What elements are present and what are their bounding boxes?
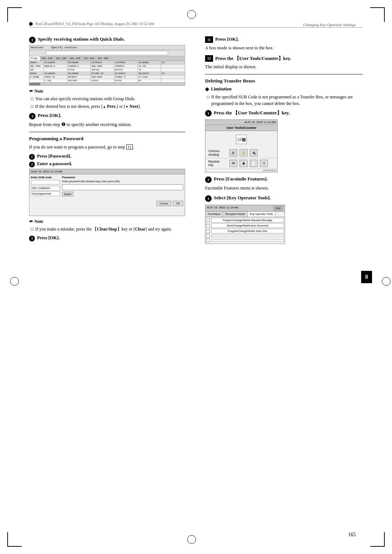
left-column: 2 Specify receiving stations with Quick … bbox=[29, 36, 191, 525]
pw-entry-2: Not programmed bbox=[31, 191, 60, 196]
ut-main-icon-row: ◇/▦ bbox=[205, 131, 277, 148]
pw-desc: Enter password with Number keys, then pr… bbox=[62, 180, 183, 183]
ko-checkbox-1[interactable] bbox=[206, 219, 210, 222]
step-r2-section: 2 Press [Facsimile Features]. Facsimile … bbox=[205, 176, 363, 192]
pw-space-button[interactable]: Space bbox=[62, 192, 73, 196]
ko-topbar: AUG 19, 2002 11:19 AM Exit bbox=[205, 205, 285, 212]
ko-row-3: Program/Change/Delete Scan Size bbox=[206, 229, 284, 233]
note-title-1: ✏ Note bbox=[29, 89, 185, 94]
password-intro: If you do not want to program a password… bbox=[29, 144, 185, 151]
ut-commu-icon-2[interactable]: 🔋 bbox=[240, 149, 248, 156]
recv-tab-321[interactable]: 321-400 bbox=[96, 56, 110, 61]
ut-commu-icons: 🔊 🔋 🔌 bbox=[229, 149, 258, 156]
sub-step-3: 3 Press [OK]. bbox=[29, 235, 185, 241]
ko-checkbox-2[interactable] bbox=[206, 224, 210, 228]
step-11-body: A box mode is shown next to the box. bbox=[205, 45, 363, 52]
sub-code-label: Enter SUB code: bbox=[31, 176, 60, 179]
ko-exit-button[interactable]: Exit bbox=[273, 206, 283, 211]
right-header: Changing Key Operator Settings bbox=[303, 23, 356, 27]
ut-receive-icons: ✉ ♟ 📄 ♗ bbox=[229, 160, 268, 167]
ut-receive-icon-4[interactable]: ♗ bbox=[260, 160, 268, 167]
step-3-title: Press [OK]. bbox=[38, 113, 61, 118]
ko-row-text-4 bbox=[211, 235, 284, 237]
header-text: RusC2FaxADEN-F_V4_FM.book Page 165 Monda… bbox=[36, 22, 154, 26]
ko-checkbox-3[interactable] bbox=[206, 229, 210, 233]
recv-tab-freq[interactable]: Freq. bbox=[29, 56, 40, 61]
step-r2-number: 2 bbox=[205, 176, 212, 183]
pw-entry-1: DEF COMPANY bbox=[31, 186, 60, 191]
recv-tabs: Freq. 001-100 101-200 201-240 241-320 32… bbox=[29, 56, 185, 61]
diamond-icon: ◆ bbox=[205, 86, 209, 92]
limitation-body: If the specified SUB Code is not program… bbox=[211, 94, 363, 107]
ut-receive-icon-1[interactable]: ✉ bbox=[229, 160, 237, 167]
recv-label: Receiver bbox=[31, 46, 44, 49]
recv-tab-241[interactable]: 241-320 bbox=[82, 56, 96, 61]
note-box-2: ✏ Note If you make a mistake, press the … bbox=[29, 219, 185, 232]
recv-tab-201[interactable]: 201-240 bbox=[68, 56, 82, 61]
ut-receive-icon-2[interactable]: ♟ bbox=[240, 160, 248, 167]
sub-step-2: 2 Enter a password. bbox=[29, 161, 185, 167]
ko-tab-key-operator[interactable]: Key Operator Tools bbox=[248, 212, 275, 217]
recv-tab-001[interactable]: 001-100 bbox=[40, 56, 54, 61]
sub-num-3: 3 bbox=[29, 236, 35, 241]
recv-scrollbar[interactable] bbox=[29, 82, 185, 85]
page-container: RusC2FaxADEN-F_V4_FM.book Page 165 Monda… bbox=[0, 0, 392, 554]
ko-row-text-1[interactable]: Program/Change/Delete Standard Message bbox=[211, 218, 284, 223]
step-12-body: The initial display is shown. bbox=[205, 64, 363, 70]
pw-cancel-button[interactable]: Cancel bbox=[156, 201, 171, 206]
limitation-title: ◆ Limitation bbox=[205, 86, 363, 92]
note-label-2: Note bbox=[34, 219, 43, 224]
page-number: 165 bbox=[348, 532, 356, 538]
step-r2-title: Press [Facsimile Features]. bbox=[214, 176, 268, 182]
note-item-2: If the desired box is not shown, press [… bbox=[29, 103, 185, 110]
ut-serial: ZEWS050N bbox=[205, 169, 277, 172]
ut-commu-icon-1[interactable]: 🔊 bbox=[229, 149, 237, 156]
ko-tab-fax[interactable]: Fax/Adjust bbox=[205, 212, 223, 217]
step-2-title: Specify receiving stations with Quick Di… bbox=[38, 36, 125, 42]
ko-row-4 bbox=[206, 234, 284, 238]
ko-row-text-3[interactable]: Program/Change/Delete Scan Size bbox=[211, 229, 284, 233]
step-12-header: 12 Press the 【User Tools/Counter】key. bbox=[205, 55, 363, 62]
step-2-section: 2 Specify receiving stations with Quick … bbox=[29, 36, 185, 128]
corner-tl bbox=[7, 7, 22, 22]
pw-inner: Enter SUB code: DEF COMPANY Not programm… bbox=[29, 174, 185, 199]
note-icon-2: ✏ bbox=[29, 219, 33, 224]
ko-checkbox-5[interactable] bbox=[206, 239, 210, 242]
step-r3-number: 3 bbox=[205, 195, 212, 202]
ut-main-icon[interactable]: ◇/▦ bbox=[236, 135, 247, 144]
recv-top-bar: Receiver Specify receiver. bbox=[29, 45, 185, 50]
receiver-screen: Receiver Specify receiver. Freq. 001-100… bbox=[29, 45, 185, 86]
step-r1-number: 1 bbox=[205, 110, 212, 117]
ko-tabs: Fax/Adjust Reception Mode Key Operator T… bbox=[205, 212, 285, 217]
step-11-number: 11 bbox=[205, 36, 213, 43]
header-dot bbox=[29, 22, 33, 26]
step-3-section: 3 Press [OK]. Repeat from step ❶ to spec… bbox=[29, 113, 185, 128]
note-item-3: If you make a mistake, press the 【Clear/… bbox=[29, 226, 185, 232]
ut-commu-icon-3[interactable]: 🔌 bbox=[250, 149, 258, 156]
recv-tab-101[interactable]: 101-200 bbox=[54, 56, 68, 61]
ut-receive-icon-3[interactable]: 📄 bbox=[250, 160, 258, 167]
sub-num-2: 2 bbox=[29, 162, 35, 167]
pw-bottom: Cancel OK bbox=[29, 199, 185, 208]
pw-ok-button[interactable]: OK bbox=[173, 201, 183, 206]
ko-row-text-2[interactable]: Store/Change/Delete Auto Document bbox=[211, 223, 284, 228]
step-r1-title: Press the 【User Tools/Counter】key. bbox=[214, 110, 290, 116]
step-r2-body: Facsimile Features menu is shown. bbox=[205, 185, 363, 192]
recv-specify: Specify receiver. bbox=[51, 46, 79, 49]
pw-input[interactable] bbox=[62, 184, 183, 190]
corner-br bbox=[370, 532, 385, 547]
password-screen: AUG 19, 2002 11:19 AM Enter SUB code: DE… bbox=[29, 169, 185, 216]
ko-checkbox-4[interactable] bbox=[206, 234, 210, 238]
ut-receive-label: ReceiveFile bbox=[208, 160, 226, 167]
deleting-heading: Deleting Transfer Boxes bbox=[205, 78, 363, 84]
ko-row-text-5 bbox=[211, 239, 284, 241]
corner-bl bbox=[7, 532, 22, 547]
divider-right-1 bbox=[205, 74, 363, 74]
step-12-title: Press the 【User Tools/Counter】key. bbox=[215, 55, 291, 62]
ko-date: AUG 19, 2002 11:19 AM bbox=[207, 206, 238, 211]
step-12-section: 12 Press the 【User Tools/Counter】key. Th… bbox=[205, 55, 363, 70]
ko-tab-reception[interactable]: Reception Mode bbox=[223, 212, 248, 217]
step-r1-section: 1 Press the 【User Tools/Counter】key. AUG… bbox=[205, 110, 363, 172]
note-item-1-text: You can also specify receiving stations … bbox=[35, 95, 135, 102]
ut-topbar: AUG 19, 2002 11:10 AM bbox=[205, 120, 277, 125]
